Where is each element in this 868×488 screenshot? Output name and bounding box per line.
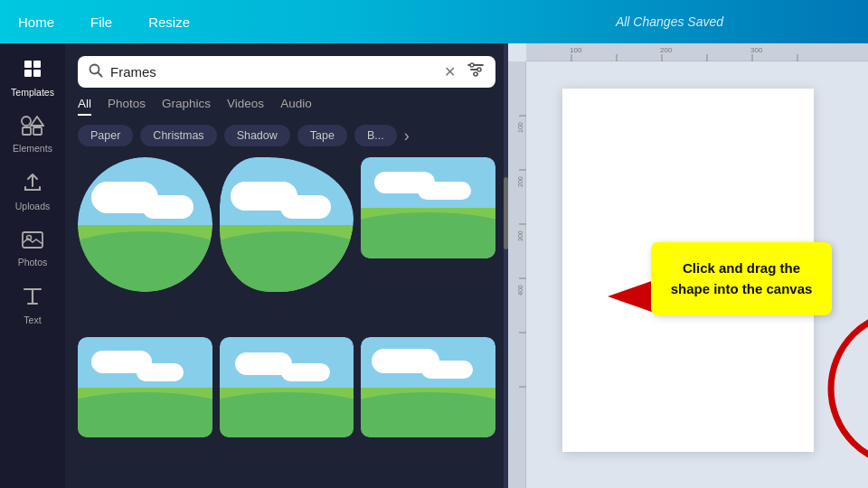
chip-more[interactable]: B... (354, 125, 397, 146)
sidebar-item-photos[interactable]: Photos (4, 222, 61, 275)
templates-label: Templates (11, 87, 54, 98)
ruler-top: 100 200 300 (526, 43, 868, 61)
svg-point-15 (470, 63, 474, 67)
sidebar-item-text[interactable]: Text (4, 278, 61, 333)
svg-text:200: 200 (517, 176, 524, 187)
chip-christmas[interactable]: Christmas (140, 125, 216, 146)
search-icon (89, 63, 103, 81)
frames-grid (65, 157, 508, 488)
text-icon (23, 286, 42, 311)
nav-file[interactable]: File (90, 14, 112, 30)
svg-text:300: 300 (750, 46, 763, 54)
nav-home[interactable]: Home (18, 14, 54, 30)
main-layout: Templates Elements Uploads (0, 43, 868, 488)
tooltip-text: Click and drag the shape into the canvas (671, 260, 813, 296)
sidebar: Templates Elements Uploads (0, 43, 65, 488)
tab-audio[interactable]: Audio (280, 97, 312, 116)
svg-point-16 (477, 68, 481, 71)
clear-search-icon[interactable]: ✕ (444, 63, 456, 80)
elements-label: Elements (13, 143, 52, 154)
tab-photos[interactable]: Photos (108, 97, 146, 116)
search-bar: ✕ (78, 56, 495, 88)
chips-row: Paper Christmas Shadow Tape B... › (65, 125, 508, 146)
svg-rect-0 (24, 61, 32, 68)
uploads-label: Uploads (15, 201, 51, 211)
tab-all[interactable]: All (78, 97, 91, 116)
tabs-row: All Photos Graphics Videos Audio (65, 97, 508, 116)
photos-icon (22, 230, 43, 253)
svg-rect-2 (24, 70, 32, 77)
svg-rect-1 (33, 61, 41, 68)
frame-thumb-rect2[interactable] (78, 337, 212, 437)
tooltip-box: Click and drag the shape into the canvas (651, 242, 832, 315)
svg-rect-3 (33, 70, 41, 77)
svg-point-17 (474, 72, 477, 76)
elements-panel: ✕ All Photos Graphics Videos Audio (65, 43, 508, 488)
canvas-area[interactable]: 100 200 300 100 200 300 400 (508, 43, 868, 488)
sidebar-item-elements[interactable]: Elements (4, 108, 61, 161)
text-label: Text (24, 314, 41, 325)
search-input[interactable] (110, 64, 437, 80)
uploads-icon (22, 172, 43, 197)
svg-text:100: 100 (570, 46, 582, 54)
svg-point-40 (831, 312, 868, 465)
ruler-left: 100 200 300 400 (508, 61, 526, 488)
chip-shadow[interactable]: Shadow (224, 125, 290, 146)
frame-thumb-rect3[interactable] (220, 337, 354, 438)
tab-videos[interactable]: Videos (227, 97, 264, 116)
templates-icon (22, 58, 43, 83)
save-status: All Changes Saved (616, 14, 723, 29)
top-nav: Home File Resize All Changes Saved (0, 0, 868, 43)
sidebar-item-uploads[interactable]: Uploads (4, 164, 61, 219)
frame-thumb-blob[interactable] (220, 157, 354, 292)
red-circle-annotation (825, 305, 868, 473)
sidebar-item-templates[interactable]: Templates (4, 51, 61, 105)
svg-rect-6 (23, 127, 31, 135)
elements-icon (21, 116, 44, 139)
tab-graphics[interactable]: Graphics (162, 97, 211, 116)
svg-text:400: 400 (517, 285, 524, 296)
chip-tape[interactable]: Tape (297, 125, 347, 146)
chips-scroll-right[interactable]: › (404, 127, 410, 145)
svg-rect-7 (33, 127, 42, 135)
filter-icon[interactable] (467, 61, 485, 82)
svg-marker-5 (31, 117, 43, 126)
svg-point-4 (22, 117, 31, 126)
chip-paper[interactable]: Paper (78, 125, 133, 146)
svg-line-11 (98, 72, 101, 76)
frame-thumb-rect4[interactable] (361, 337, 495, 438)
svg-text:200: 200 (660, 46, 673, 54)
svg-text:100: 100 (517, 122, 524, 133)
photos-label: Photos (18, 257, 48, 267)
svg-text:300: 300 (517, 230, 524, 241)
frame-thumb-rect[interactable] (361, 157, 495, 258)
nav-resize[interactable]: Resize (148, 14, 190, 30)
frame-thumb-circle[interactable] (78, 157, 212, 292)
